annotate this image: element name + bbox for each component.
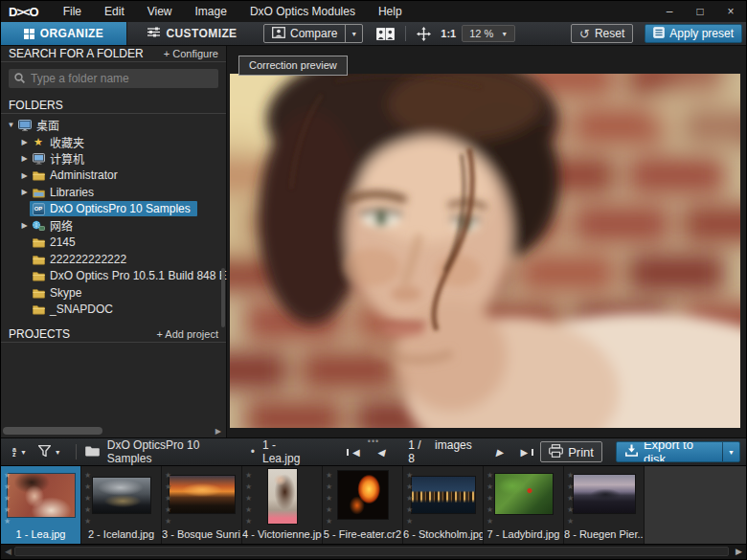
side-by-side-view-button[interactable] bbox=[373, 28, 398, 40]
pan-tool-button[interactable] bbox=[413, 27, 435, 41]
filmstrip-item-7[interactable]: ★★★★★ 7 - Ladybird.jpg bbox=[484, 466, 564, 544]
folder-icon bbox=[32, 236, 45, 249]
export-options-dropdown[interactable]: ▼ bbox=[722, 442, 739, 461]
reset-button[interactable]: ↺ Reset bbox=[571, 24, 633, 43]
thumbnail-filename: 6 - Stockholm.jpg bbox=[403, 526, 483, 544]
menu-help[interactable]: Help bbox=[367, 1, 414, 22]
tree-item-libraries[interactable]: ▶ Libraries bbox=[1, 184, 226, 201]
thumbnail-image[interactable] bbox=[8, 474, 75, 517]
scroll-right-icon[interactable]: ▶ bbox=[215, 427, 221, 436]
thumbnail-image[interactable] bbox=[93, 478, 150, 513]
scroll-right-icon[interactable]: ▶ bbox=[736, 547, 742, 556]
expander-open-icon[interactable]: ▼ bbox=[6, 121, 16, 129]
menu-view[interactable]: View bbox=[136, 1, 184, 22]
scroll-left-icon[interactable]: ◀ bbox=[5, 547, 11, 556]
tree-item-skype[interactable]: Skype bbox=[1, 284, 226, 302]
filmstrip-scrollbar[interactable]: ◀ ▶ bbox=[1, 544, 746, 559]
thumbnail-image[interactable] bbox=[170, 476, 235, 513]
last-image-button[interactable]: ▶ bbox=[511, 447, 540, 458]
zoom-one-to-one-button[interactable]: 1:1 bbox=[441, 28, 456, 39]
filmstrip-item-8[interactable]: ★★★★★ 8 - Ruegen Pier.... bbox=[564, 466, 645, 544]
next-image-button[interactable]: ▶ bbox=[487, 447, 512, 458]
star-rating[interactable]: ★★★★★ bbox=[566, 471, 575, 528]
expander-closed-icon[interactable]: ▶ bbox=[19, 221, 30, 230]
add-project-link[interactable]: + Add project bbox=[156, 328, 218, 340]
expander-closed-icon[interactable]: ▶ bbox=[19, 188, 30, 196]
apply-preset-button[interactable]: Apply preset bbox=[645, 24, 742, 43]
export-to-disk-button[interactable]: Export to disk bbox=[617, 442, 722, 461]
tree-item-favorites[interactable]: ▶ ★收藏夹 bbox=[1, 134, 226, 151]
thumbnail-image[interactable] bbox=[338, 471, 388, 519]
tab-customize[interactable]: CUSTOMIZE bbox=[126, 22, 258, 45]
filmstrip-item-3[interactable]: ★★★★★ 3 - Bosque Sunri... bbox=[162, 466, 242, 544]
filmstrip-item-2[interactable]: ★★★★★ 2 - Iceland.jpg bbox=[81, 466, 162, 544]
tree-item-2145[interactable]: 2145 bbox=[1, 235, 226, 252]
tree-item-network[interactable]: ▶ 网络 bbox=[1, 217, 226, 235]
tree-item-administrator[interactable]: ▶ Administrator bbox=[1, 168, 226, 185]
nav-first-icon: ◀ bbox=[349, 447, 360, 458]
preview-image[interactable] bbox=[230, 74, 740, 428]
filter-button[interactable]: ▼ bbox=[33, 445, 67, 459]
thumbnail-image[interactable] bbox=[268, 469, 297, 524]
compare-dropdown-button[interactable]: ▼ bbox=[345, 25, 362, 42]
reset-icon: ↺ bbox=[579, 28, 590, 40]
thumbnail-image[interactable] bbox=[495, 474, 553, 514]
dxo-logo: D><O bbox=[1, 5, 52, 19]
minimize-button[interactable]: – bbox=[654, 1, 685, 22]
star-rating[interactable]: ★★★★★ bbox=[405, 471, 414, 528]
print-button[interactable]: Print bbox=[540, 441, 602, 462]
star-rating[interactable]: ★★★★★ bbox=[83, 471, 92, 528]
filmstrip: ★★★★★ 1 - Lea.jpg ★★★★★ 2 - Iceland.jpg … bbox=[1, 466, 746, 559]
scrollbar-thumb[interactable] bbox=[14, 547, 729, 556]
filmstrip-item-6[interactable]: ★★★★★ 6 - Stockholm.jpg bbox=[403, 466, 484, 544]
bullet-icon: • bbox=[251, 445, 255, 459]
sidebar-vertical-scrollbar[interactable] bbox=[221, 268, 225, 327]
thumbnail-filename: 4 - Victorienne.jpg bbox=[242, 526, 322, 544]
expander-closed-icon[interactable]: ▶ bbox=[19, 154, 30, 163]
expander-closed-icon[interactable]: ▶ bbox=[19, 138, 30, 146]
configure-link[interactable]: + Configure bbox=[164, 48, 218, 59]
zoom-level-select[interactable]: 12 % ▼ bbox=[462, 25, 515, 42]
sidebar-horizontal-scrollbar[interactable]: ▶ bbox=[3, 427, 211, 435]
splitter-grip[interactable]: ••• bbox=[368, 437, 379, 446]
filmstrip-empty-area bbox=[645, 466, 746, 544]
menu-image[interactable]: Image bbox=[184, 1, 238, 22]
scrollbar-thumb[interactable] bbox=[3, 427, 102, 435]
close-button[interactable]: × bbox=[715, 1, 746, 22]
thumbnail-image[interactable] bbox=[412, 477, 475, 513]
compare-button[interactable]: Compare bbox=[264, 25, 345, 42]
expander-closed-icon[interactable]: ▶ bbox=[19, 171, 30, 180]
star-rating[interactable]: ★★★★★ bbox=[486, 471, 494, 528]
tree-item-222222222222[interactable]: 222222222222 bbox=[1, 251, 226, 268]
previous-image-button[interactable]: ◀ bbox=[369, 447, 394, 458]
tab-organize[interactable]: ORGANIZE bbox=[1, 22, 126, 45]
tree-item-computer[interactable]: ▶ 计算机 bbox=[1, 150, 226, 168]
star-rating[interactable]: ★★★★★ bbox=[3, 471, 11, 528]
thumbnail-image[interactable] bbox=[574, 475, 635, 513]
nav-next-icon: ▶ bbox=[496, 447, 504, 458]
first-image-button[interactable]: ◀ bbox=[340, 447, 369, 458]
nav-prev-icon: ◀ bbox=[377, 447, 385, 458]
sort-button[interactable]: az ▼ bbox=[7, 447, 33, 457]
search-input[interactable] bbox=[31, 72, 213, 85]
thumbnail-filename: 8 - Ruegen Pier.... bbox=[564, 526, 644, 544]
tree-item-dxo-optics-pro-build[interactable]: DxO Optics Pro 10.5.1 Build 848 Elite (x… bbox=[1, 268, 226, 285]
app-window: D><O File Edit View Image DxO Optics Mod… bbox=[0, 0, 747, 560]
star-rating[interactable]: ★★★★★ bbox=[164, 471, 172, 528]
tree-item-snapdoc[interactable]: _SNAPDOC bbox=[1, 302, 226, 319]
toolbar-separator bbox=[405, 26, 406, 41]
star-rating[interactable]: ★★★★★ bbox=[325, 471, 333, 528]
filmstrip-item-1[interactable]: ★★★★★ 1 - Lea.jpg bbox=[1, 466, 81, 544]
favorites-star-icon: ★ bbox=[32, 136, 45, 148]
filmstrip-item-4[interactable]: ★★★★★ 4 - Victorienne.jpg bbox=[242, 466, 323, 544]
star-rating[interactable]: ★★★★★ bbox=[244, 471, 253, 528]
maximize-button[interactable]: □ bbox=[685, 1, 715, 22]
menu-file[interactable]: File bbox=[52, 1, 93, 22]
menu-dxo-optics-modules[interactable]: DxO Optics Modules bbox=[238, 1, 367, 22]
folders-header: FOLDERS bbox=[1, 98, 226, 114]
caret-down-icon: ▼ bbox=[20, 449, 27, 456]
menu-edit[interactable]: Edit bbox=[93, 1, 136, 22]
tree-item-desktop[interactable]: ▼ 桌面 bbox=[1, 117, 226, 134]
tree-item-dxo-opticspro-10-samples[interactable]: OPDxO OpticsPro 10 Samples bbox=[1, 201, 226, 218]
filmstrip-item-5[interactable]: ★★★★★ 5 - Fire-eater.cr2 bbox=[323, 466, 403, 544]
